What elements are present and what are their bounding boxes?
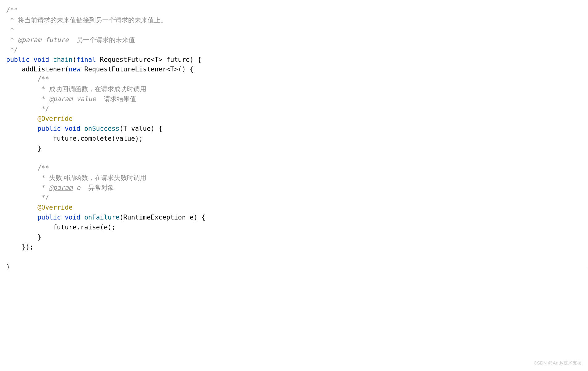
statement: future.raise(e); <box>53 224 116 231</box>
javadoc-prefix: * <box>41 85 49 93</box>
javadoc-prefix: * <box>41 95 49 103</box>
javadoc-param-desc: 请求结果值 <box>96 95 136 103</box>
annotation-override: @Override <box>37 204 73 211</box>
keyword-void: void <box>65 214 81 221</box>
brace-close: } <box>37 233 41 241</box>
brace-close: } <box>37 145 41 152</box>
params: RequestFuture<T> future) { <box>96 56 201 63</box>
type-instantiation: RequestFutureListener<T>() { <box>80 66 194 73</box>
params: (RuntimeException e) { <box>120 214 205 221</box>
statement-close: }); <box>22 243 34 251</box>
indent <box>6 214 37 221</box>
indent <box>6 125 37 132</box>
keyword-final: final <box>77 56 96 63</box>
javadoc-prefix: * <box>6 36 18 44</box>
brace-close: } <box>6 263 10 271</box>
javadoc-prefix: * <box>41 184 49 191</box>
javadoc-open: /** <box>37 75 49 83</box>
javadoc-param-tag: @param <box>49 184 73 191</box>
paren: ( <box>65 66 69 73</box>
indent <box>6 174 41 181</box>
indent <box>6 75 37 83</box>
javadoc-line: * <box>6 26 14 34</box>
indent <box>6 224 53 231</box>
indent <box>6 85 41 93</box>
indent <box>6 105 41 113</box>
javadoc-prefix: * <box>6 16 18 24</box>
params: (T value) { <box>120 125 162 132</box>
annotation-override: @Override <box>37 115 73 122</box>
javadoc-description: 将当前请求的未来值链接到另一个请求的未来值上。 <box>18 16 167 24</box>
indent <box>6 164 37 172</box>
javadoc-param-name: e <box>73 184 80 191</box>
javadoc-open: /** <box>37 164 49 172</box>
method-name: chain <box>53 56 73 63</box>
indent <box>6 233 37 241</box>
keyword-public: public <box>6 56 30 63</box>
method-name: onFailure <box>84 214 120 221</box>
javadoc-param-tag: @param <box>18 36 41 44</box>
indent <box>6 115 37 122</box>
indent <box>6 194 41 201</box>
javadoc-description: 失败回调函数，在请求失败时调用 <box>49 174 146 181</box>
javadoc-param-desc: 异常对象 <box>80 184 114 191</box>
watermark-text: CSDN @Andy技术支援 <box>534 360 582 367</box>
javadoc-close: */ <box>6 46 18 53</box>
indent <box>6 66 22 73</box>
keyword-public: public <box>37 125 61 132</box>
keyword-void: void <box>34 56 49 63</box>
statement: future.complete(value); <box>53 135 143 142</box>
indent <box>6 135 53 142</box>
javadoc-param-name: value <box>73 95 96 103</box>
indent <box>6 243 22 251</box>
code-block: /** * 将当前请求的未来值链接到另一个请求的未来值上。 * * @param… <box>6 6 582 272</box>
method-call: addListener <box>22 66 65 73</box>
javadoc-prefix: * <box>41 174 49 181</box>
method-name: onSuccess <box>84 125 120 132</box>
javadoc-close: */ <box>41 194 49 201</box>
indent <box>6 184 41 191</box>
javadoc-description: 成功回调函数，在请求成功时调用 <box>49 85 146 93</box>
indent <box>6 204 37 211</box>
javadoc-open: /** <box>6 6 18 14</box>
javadoc-close: */ <box>41 105 49 113</box>
javadoc-param-tag: @param <box>49 95 73 103</box>
keyword-public: public <box>37 214 61 221</box>
indent <box>6 145 37 152</box>
javadoc-param-name: future <box>41 36 69 44</box>
indent <box>6 95 41 103</box>
paren: ( <box>73 56 77 63</box>
keyword-void: void <box>65 125 81 132</box>
javadoc-param-desc: 另一个请求的未来值 <box>69 36 135 44</box>
keyword-new: new <box>69 66 80 73</box>
